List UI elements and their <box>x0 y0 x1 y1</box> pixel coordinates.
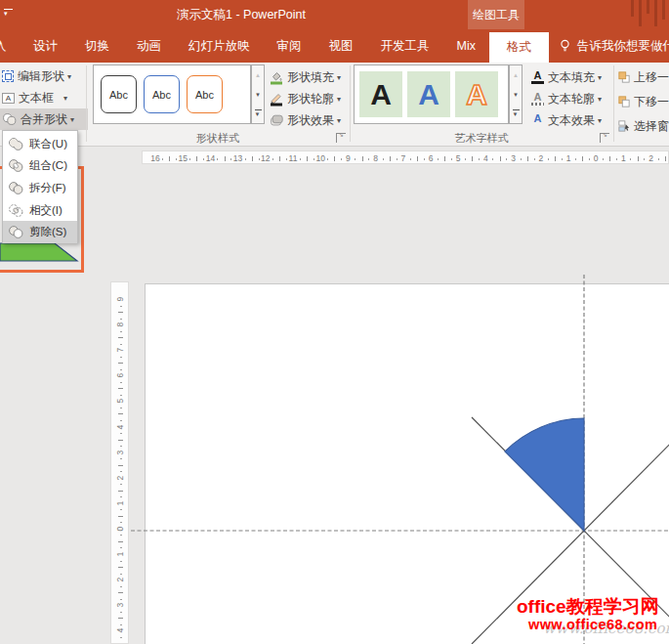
tab-视图[interactable]: 视图 <box>315 29 367 63</box>
gallery-more-icon[interactable]: ▼ <box>252 104 264 123</box>
hruler-label: 11 <box>285 153 301 163</box>
tell-me-box[interactable]: 告诉我你想要做什么 <box>559 29 669 63</box>
merge-shapes-icon <box>2 113 17 125</box>
vruler-label: 8 <box>115 318 125 332</box>
tab-格式[interactable]: 格式 <box>489 32 549 63</box>
vruler-dot <box>120 408 122 408</box>
slide-canvas[interactable] <box>145 283 669 644</box>
horizontal-ruler: 161514131211109876543210123 <box>142 150 669 164</box>
vruler-dot <box>120 535 122 536</box>
menu-item-拆分(F)[interactable]: 拆分(F) <box>3 177 77 199</box>
scroll-down-icon[interactable]: ▼ <box>510 85 522 105</box>
hruler-label: 9 <box>340 153 355 163</box>
shape-outline-label: 形状轮廓 <box>287 91 334 107</box>
shape-effects-button[interactable]: 形状效果 ▾ <box>270 109 341 131</box>
drawing-tools-context-tab[interactable]: 绘图工具 <box>468 0 524 29</box>
selection-pane-button[interactable]: 选择窗 <box>618 115 669 137</box>
hruler-tick <box>417 156 418 161</box>
shape-outline-button[interactable]: 形状轮廓 ▾ <box>270 88 341 109</box>
hruler-tick <box>500 156 501 161</box>
hruler-tick <box>638 156 639 161</box>
hruler-tick <box>609 156 610 161</box>
shape-style-tile[interactable]: Abc <box>187 75 223 113</box>
shape-style-tile[interactable]: Abc <box>144 75 180 113</box>
tab-幻灯片放映[interactable]: 幻灯片放映 <box>175 29 264 63</box>
scroll-up-icon[interactable]: ▲ <box>510 65 522 85</box>
tab-审阅[interactable]: 审阅 <box>264 29 315 63</box>
menu-item-联合(U)[interactable]: 联合(U) <box>3 133 77 155</box>
hruler-label: 8 <box>368 153 384 163</box>
text-outline-button[interactable]: A 文本轮廓 ▾ <box>531 88 602 109</box>
tab-Mix[interactable]: Mix <box>443 29 489 63</box>
hruler-tick <box>390 156 391 161</box>
text-effects-button[interactable]: A 文本效果 ▾ <box>531 109 602 131</box>
gallery-more-icon[interactable]: ▼ <box>510 104 522 123</box>
shape-gallery-scrollbar[interactable]: ▲ ▼ ▼ <box>251 64 265 124</box>
menu-item-label: 剪除(S) <box>29 225 66 239</box>
shape-outline-icon <box>270 92 283 107</box>
edit-shape-icon <box>2 70 14 82</box>
wordart-gallery-scrollbar[interactable]: ▲ ▼ ▼ <box>509 64 523 124</box>
scroll-down-icon[interactable]: ▼ <box>252 85 264 105</box>
vruler-tick <box>118 592 123 593</box>
hruler-dot <box>162 158 163 160</box>
bring-forward-button[interactable]: 上移一 <box>618 66 669 88</box>
tab-切换[interactable]: 切换 <box>71 29 123 63</box>
tab-partial[interactable]: 入 <box>0 29 7 63</box>
hruler-label: 12 <box>258 153 273 163</box>
selection-pane-label: 选择窗 <box>634 118 669 135</box>
hruler-dot <box>630 158 631 160</box>
hruler-tick <box>444 156 445 161</box>
vruler-tick <box>118 440 123 441</box>
menu-item-label: 相交(I) <box>29 203 63 218</box>
shape-style-tile[interactable]: Abc <box>101 75 137 113</box>
chevron-down-icon: ▾ <box>67 72 71 81</box>
wordart-style-tile[interactable]: A <box>455 71 498 117</box>
scroll-up-icon[interactable]: ▲ <box>252 65 264 85</box>
send-backward-button[interactable]: 下移一 <box>618 91 669 112</box>
text-box-label: 文本框 <box>19 90 54 107</box>
shape-fill-label: 形状填充 <box>287 69 334 86</box>
vruler-dot <box>120 433 122 434</box>
tab-设计[interactable]: 设计 <box>20 29 71 63</box>
text-fill-button[interactable]: A 文本填充 ▾ <box>531 66 602 88</box>
vruler-label: 7 <box>115 343 125 358</box>
text-box-button[interactable]: A 文本框 ▾ <box>2 87 86 108</box>
tab-动画[interactable]: 动画 <box>123 29 175 63</box>
wordart-group-label: 艺术字样式 <box>350 131 613 145</box>
titlebar-decoration <box>647 0 649 14</box>
ribbon: 编辑形状 ▾ A 文本框 ▾ 合并形状 ▾ AbcAbcAbc ▲ ▼ ▼ 形状… <box>0 63 669 147</box>
hruler-dot <box>410 158 411 160</box>
hruler-label: 6 <box>423 153 439 163</box>
menu-item-组合(C)[interactable]: 组合(C) <box>3 155 77 178</box>
bring-forward-icon <box>618 70 630 84</box>
vruler-tick <box>118 465 123 466</box>
hruler-tick <box>665 156 666 161</box>
vruler-dot <box>120 382 122 383</box>
hruler-dot <box>383 158 384 160</box>
shape-effects-label: 形状效果 <box>287 112 334 129</box>
hruler-dot <box>245 158 246 160</box>
edit-shape-button[interactable]: 编辑形状 ▾ <box>2 65 86 87</box>
merge-shapes-button[interactable]: 合并形状 ▾ <box>0 108 88 130</box>
vruler-label: 6 <box>115 368 125 383</box>
menu-item-剪除(S)[interactable]: 剪除(S) <box>3 221 77 243</box>
wordart-style-tile[interactable]: A <box>407 71 450 117</box>
lightbulb-icon <box>559 39 571 53</box>
shape-effects-icon <box>270 113 283 127</box>
hruler-dot <box>300 158 301 160</box>
hruler-tick <box>307 156 308 161</box>
shape-styles-dialog-launcher-icon[interactable] <box>336 133 346 143</box>
tab-开发工具[interactable]: 开发工具 <box>367 29 443 63</box>
vruler-tick <box>118 516 123 517</box>
menu-item-label: 联合(U) <box>29 137 67 151</box>
vruler-dot <box>120 458 122 459</box>
wordart-dialog-launcher-icon[interactable] <box>600 133 609 143</box>
vruler-label: 1 <box>115 547 125 562</box>
shape-fill-button[interactable]: 形状填充 ▾ <box>270 66 341 88</box>
menu-item-相交(I)[interactable]: 相交(I) <box>3 199 77 222</box>
titlebar-decoration <box>654 0 657 26</box>
wordart-style-tile[interactable]: A <box>359 71 402 117</box>
chevron-down-icon: ▾ <box>63 94 67 103</box>
vruler-label: 2 <box>115 470 125 485</box>
